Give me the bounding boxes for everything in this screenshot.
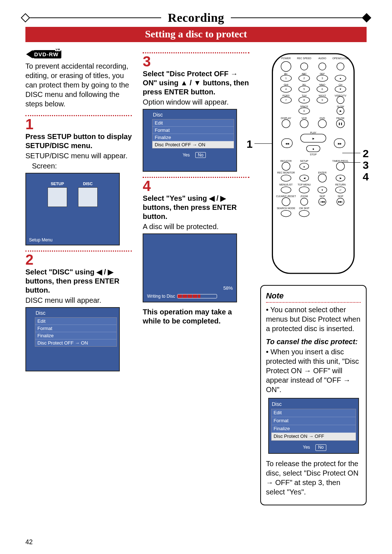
svg-text:JKL: JKL bbox=[302, 83, 306, 86]
disc-icon-box bbox=[78, 187, 98, 207]
writing-label-row: Writing to Disc bbox=[147, 294, 217, 299]
svg-text:3: 3 bbox=[322, 77, 323, 80]
osd-row-selected: Disc Protect OFF → ON bbox=[152, 141, 234, 148]
dotted-divider bbox=[143, 177, 249, 178]
osd-row: Format bbox=[152, 127, 234, 134]
svg-text:RETURN: RETURN bbox=[335, 183, 346, 186]
svg-text:DISPLAY: DISPLAY bbox=[281, 117, 291, 119]
svg-text:REC SPEED: REC SPEED bbox=[297, 57, 311, 60]
svg-point-71 bbox=[282, 162, 290, 171]
column-left: VR DVD-RW To prevent accidental recordin… bbox=[25, 50, 132, 505]
svg-text:ZOOM: ZOOM bbox=[301, 195, 308, 197]
svg-text:SKIP: SKIP bbox=[338, 195, 343, 197]
step-3-body: Option window will appear. bbox=[143, 97, 249, 107]
remote-icon: POWER REC SPEED AUDIO OPEN/CLOSE @/.ABCD… bbox=[268, 50, 359, 277]
step-1-number: 1 bbox=[25, 117, 132, 131]
svg-text:5: 5 bbox=[303, 88, 305, 90]
progress-percent: 58% bbox=[223, 285, 233, 291]
osd-row: Edit bbox=[152, 119, 234, 127]
svg-text:▶▶: ▶▶ bbox=[338, 142, 342, 145]
step-1-body: SETUP/DISC menu will appear. bbox=[25, 151, 132, 160]
writing-progress-screenshot: 58% Writing to Disc bbox=[143, 233, 237, 302]
no-option: No bbox=[315, 444, 326, 451]
osd-row: Finalize bbox=[152, 134, 234, 141]
svg-text:GHI: GHI bbox=[284, 83, 288, 86]
step-4-number: 4 bbox=[143, 179, 249, 193]
svg-point-7 bbox=[337, 63, 344, 70]
disc-protect-off-screenshot: Disc Edit Format Finalize Disc Protect O… bbox=[268, 398, 359, 454]
screen-label: Screen: bbox=[25, 161, 132, 171]
svg-text:CM SKIP: CM SKIP bbox=[299, 207, 310, 209]
osd-title: Disc bbox=[33, 308, 119, 317]
callout-2: 2 bbox=[363, 147, 369, 160]
step-4-footnote: This operation may take a while to be co… bbox=[143, 307, 249, 326]
diamond-right-icon bbox=[362, 13, 371, 22]
svg-text:▲: ▲ bbox=[303, 165, 306, 168]
svg-text:SETUP: SETUP bbox=[300, 160, 309, 162]
progress-bar bbox=[177, 294, 217, 298]
svg-text:DVD: DVD bbox=[320, 117, 325, 119]
osd-row: Disc Protect OFF → ON bbox=[35, 339, 117, 346]
page-number: 42 bbox=[25, 538, 33, 546]
intro-text: To prevent accidental recording, editing… bbox=[25, 61, 132, 109]
rule-line bbox=[231, 17, 367, 18]
svg-text:MENU/LIST: MENU/LIST bbox=[279, 183, 293, 186]
diamond-left-icon bbox=[21, 13, 30, 22]
svg-text:PLAY: PLAY bbox=[310, 131, 317, 134]
svg-text:REC/OTR: REC/OTR bbox=[281, 160, 292, 162]
no-option: No bbox=[195, 152, 206, 158]
column-middle: 3 Select "Disc Protect OFF → ON" using ▲… bbox=[143, 50, 249, 505]
svg-text:▶▶|: ▶▶| bbox=[338, 200, 343, 203]
svg-text:7: 7 bbox=[285, 99, 287, 101]
svg-text:↵: ↵ bbox=[339, 189, 342, 191]
svg-text:▼: ▼ bbox=[321, 189, 324, 191]
svg-text:▲: ▲ bbox=[339, 77, 342, 80]
svg-text:6: 6 bbox=[322, 88, 323, 90]
osd-row: Edit bbox=[271, 409, 356, 417]
osd-row: Finalize bbox=[271, 425, 356, 433]
svg-text:2: 2 bbox=[303, 77, 305, 80]
disc-menu-screenshot: Disc Edit Format Finalize Disc Protect O… bbox=[25, 307, 120, 371]
chapter-title: Recording bbox=[161, 11, 231, 25]
step-3-title: Select "Disc Protect OFF → ON" using ▲ /… bbox=[143, 69, 249, 97]
svg-text:8: 8 bbox=[303, 99, 305, 101]
callout-1: 1 bbox=[246, 138, 253, 150]
svg-text:TOP MENU: TOP MENU bbox=[298, 183, 311, 186]
svg-text:SEARCH MODE: SEARCH MODE bbox=[277, 207, 295, 209]
svg-text:9: 9 bbox=[322, 99, 323, 101]
note-title: Note bbox=[266, 291, 361, 301]
svg-point-87 bbox=[299, 187, 310, 193]
step-4-body: A disc will be protected. bbox=[143, 222, 249, 231]
svg-text:ABC: ABC bbox=[302, 73, 307, 75]
step-4-title: Select "Yes" using ◀ / ▶ buttons, then p… bbox=[143, 194, 249, 221]
svg-text:SPACE: SPACE bbox=[300, 105, 309, 108]
progress-fill bbox=[177, 294, 200, 298]
svg-text:OPEN/CLOSE: OPEN/CLOSE bbox=[332, 57, 349, 60]
dotted-divider bbox=[25, 250, 132, 252]
remote-diagram: POWER REC SPEED AUDIO OPEN/CLOSE @/.ABCD… bbox=[262, 50, 364, 277]
dotted-divider bbox=[25, 115, 132, 116]
callout-3: 3 bbox=[363, 159, 369, 171]
osd-row: Format bbox=[271, 417, 356, 425]
svg-text:SKIP: SKIP bbox=[319, 195, 325, 197]
svg-point-53 bbox=[282, 119, 290, 128]
dvd-rw-badge: VR DVD-RW bbox=[31, 50, 61, 58]
svg-point-80 bbox=[318, 174, 327, 182]
svg-text:POWER: POWER bbox=[281, 57, 291, 60]
svg-text:■: ■ bbox=[313, 148, 314, 150]
osd-title: Disc bbox=[269, 399, 358, 408]
osd-row: Finalize bbox=[35, 332, 117, 339]
svg-point-54 bbox=[300, 119, 309, 128]
svg-point-5 bbox=[319, 63, 326, 70]
svg-text:CH: CH bbox=[339, 83, 342, 86]
svg-point-42 bbox=[337, 97, 344, 104]
svg-text:WXYZ: WXYZ bbox=[319, 94, 326, 97]
svg-text:@/.: @/. bbox=[284, 73, 288, 75]
svg-point-3 bbox=[301, 63, 308, 70]
step-3-number: 3 bbox=[143, 54, 249, 69]
svg-text:TIMER PROG.: TIMER PROG. bbox=[332, 160, 349, 162]
svg-text:PAUSE: PAUSE bbox=[336, 117, 345, 119]
svg-point-55 bbox=[318, 119, 327, 128]
osd-row-selected: Disc Protect ON → OFF bbox=[271, 433, 356, 440]
yes-option: Yes bbox=[180, 152, 192, 158]
